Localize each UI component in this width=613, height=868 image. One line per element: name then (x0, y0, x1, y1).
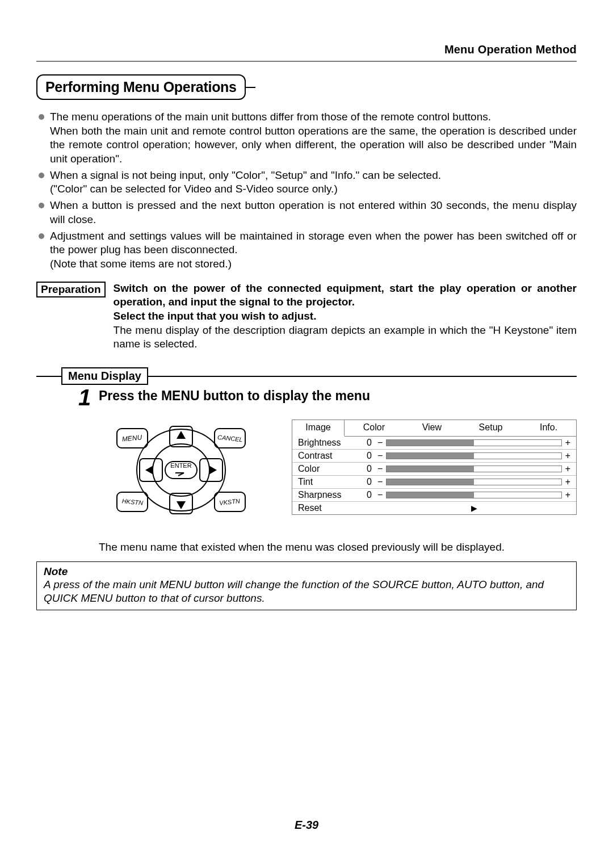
step-command: Press the MENU button to display the men… (99, 388, 577, 404)
page-header: Menu Operation Method (36, 43, 577, 56)
bullet-item: When a button is pressed and the next bu… (36, 199, 577, 227)
svg-marker-14 (209, 466, 217, 475)
osd-row-value: 0 (360, 464, 377, 474)
osd-row-value: 0 (360, 490, 377, 500)
minus-icon: − (377, 464, 383, 474)
bullet-item: When a signal is not being input, only "… (36, 169, 577, 196)
plus-icon: + (565, 451, 570, 461)
step-1: Menu Display 1 Press the MENU button to … (36, 367, 577, 610)
plus-icon: + (565, 464, 570, 474)
note-body: A press of the main unit MENU button wil… (44, 578, 569, 605)
preparation-desc: The menu display of the description diag… (114, 324, 577, 350)
svg-marker-13 (145, 466, 153, 475)
osd-row-value: 0 (360, 438, 377, 448)
remote-diagram: ENTER MENU CANCEL HKSTN VKSTN (99, 416, 263, 526)
bullet-item: The menu operations of the main unit but… (36, 110, 577, 166)
bullet-list: The menu operations of the main unit but… (36, 110, 577, 271)
note-box: Note A press of the main unit MENU butto… (36, 561, 577, 610)
minus-icon: − (377, 438, 383, 448)
step-number: 1 (78, 386, 91, 409)
osd-row: Color 0 −+ (292, 462, 576, 475)
cancel-label: CANCEL (217, 434, 243, 443)
osd-row-name: Sharpness (298, 490, 360, 500)
osd-row-value: 0 (360, 477, 377, 487)
osd-row-name: Tint (298, 477, 360, 487)
section-title: Performing Menu Operations (36, 74, 246, 100)
preparation-block: Preparation Switch on the power of the c… (36, 282, 577, 351)
bullet-text: Adjustment and settings values will be m… (50, 230, 577, 256)
minus-icon: − (377, 490, 383, 500)
section-title-connector (245, 87, 255, 88)
vkstn-label: VKSTN (219, 497, 241, 506)
osd-row: Sharpness 0 −+ (292, 488, 576, 501)
plus-icon: + (565, 490, 570, 500)
preparation-text: Switch on the power of the connected equ… (106, 282, 577, 351)
bullet-subtext: (Note that some items are not stored.) (50, 257, 577, 271)
bullet-subtext: ("Color" can be selected for Video and S… (50, 182, 577, 196)
step-rule (148, 376, 577, 377)
osd-row: Contrast 0 −+ (292, 449, 576, 462)
osd-tab: Info. (540, 422, 557, 434)
osd-rows: Brightness 0 −+ Contrast 0 −+ Color 0 −+ (292, 437, 576, 514)
osd-row-name: Color (298, 464, 360, 474)
bullet-subtext: When both the main unit and remote contr… (50, 124, 577, 166)
svg-marker-11 (177, 431, 186, 439)
osd-row: Brightness 0 −+ (292, 437, 576, 449)
osd-tab: Setup (479, 422, 503, 434)
page-number: E-39 (0, 819, 613, 832)
step-rule (36, 376, 61, 377)
osd-row-reset: Reset ▶ (292, 501, 576, 514)
osd-tab: View (422, 422, 442, 434)
plus-icon: + (565, 438, 570, 448)
osd-tab-active: Image (292, 420, 345, 437)
preparation-line1: Switch on the power of the connected equ… (114, 282, 577, 308)
osd-row: Tint 0 −+ (292, 475, 576, 488)
osd-row-name: Reset (298, 503, 360, 513)
minus-icon: − (377, 451, 383, 461)
osd-row-value: 0 (360, 451, 377, 461)
bullet-text: When a signal is not being input, only "… (50, 169, 441, 181)
menu-label: MENU (121, 433, 142, 443)
osd-menu: Image Color View Setup Info. Brightness … (292, 420, 577, 515)
bullet-text: The menu operations of the main unit but… (50, 111, 491, 123)
step-label: Menu Display (61, 367, 148, 385)
enter-label: ENTER (170, 462, 191, 469)
osd-tab: Color (363, 422, 385, 434)
step-after-text: The menu name that existed when the menu… (36, 541, 577, 553)
osd-row-name: Brightness (298, 438, 360, 448)
arrow-right-icon: ▶ (471, 504, 477, 513)
osd-tabs: Image Color View Setup Info. (292, 420, 576, 437)
osd-row-name: Contrast (298, 451, 360, 461)
plus-icon: + (565, 477, 570, 487)
hkstn-label: HKSTN (121, 497, 143, 506)
minus-icon: − (377, 477, 383, 487)
preparation-line2: Select the input that you wish to adjust… (114, 310, 317, 322)
svg-marker-12 (177, 501, 186, 509)
note-title: Note (44, 565, 569, 578)
svg-point-1 (153, 444, 209, 496)
preparation-label: Preparation (36, 282, 106, 297)
bullet-text: When a button is pressed and the next bu… (50, 199, 577, 225)
header-rule (36, 61, 577, 62)
bullet-item: Adjustment and settings values will be m… (36, 229, 577, 271)
